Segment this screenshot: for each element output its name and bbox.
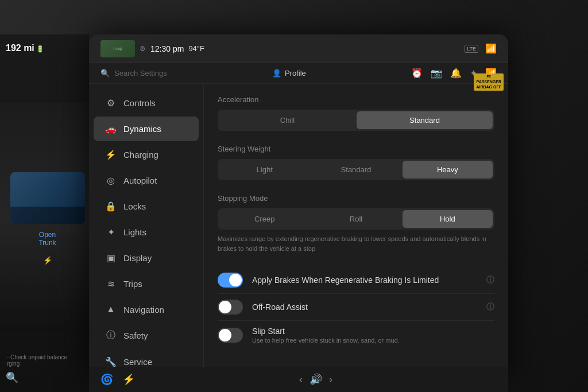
slip-start-toggle[interactable] bbox=[218, 328, 243, 343]
display-icon: ▣ bbox=[105, 253, 117, 263]
temp-display: 94°F bbox=[188, 44, 204, 53]
content-area: Acceleration Chill Standard Steering Wei… bbox=[204, 84, 508, 371]
dynamics-icon: 🚗 bbox=[105, 123, 117, 134]
slip-start-sublabel: Use to help free vehicle stuck in snow, … bbox=[252, 337, 494, 344]
steering-standard-btn[interactable]: Standard bbox=[311, 161, 401, 178]
steering-btn-group: Light Standard Heavy bbox=[218, 159, 494, 180]
alarm-icon[interactable]: ⏰ bbox=[411, 68, 423, 79]
bluetooth-taskbar-icon[interactable]: ⚡ bbox=[122, 373, 135, 386]
sidebar: ⚙ Controls 🚗 Dynamics ⚡ Charging ◎ Autop… bbox=[89, 84, 204, 371]
navigation-label: Navigation bbox=[123, 305, 164, 315]
stopping-mode-title: Stopping Mode bbox=[218, 194, 494, 203]
main-screen: P2 PASSENGER AIRBAG OFF map ⚙ 12:30 pm 9… bbox=[89, 34, 508, 379]
off-road-label-area: Off-Road Assist bbox=[252, 302, 477, 312]
top-bar-right: LTE 📶 bbox=[465, 43, 497, 54]
slip-start-label: Slip Start bbox=[252, 327, 494, 336]
steering-light-btn[interactable]: Light bbox=[219, 161, 310, 178]
service-icon: 🔧 bbox=[105, 356, 117, 367]
top-bar: map ⚙ 12:30 pm 94°F LTE 📶 bbox=[89, 34, 508, 63]
stopping-roll-btn[interactable]: Roll bbox=[311, 210, 401, 228]
time-display: 12:30 pm bbox=[150, 44, 184, 53]
sidebar-item-locks[interactable]: 🔒 Locks bbox=[94, 194, 199, 219]
navigation-icon: ▲ bbox=[105, 304, 117, 315]
lights-icon: ✦ bbox=[105, 227, 117, 238]
top-bar-left: map ⚙ 12:30 pm 94°F bbox=[100, 40, 204, 57]
stopping-mode-section: Stopping Mode Creep Roll Hold Maximizes … bbox=[218, 194, 494, 253]
trips-icon: ≋ bbox=[105, 278, 117, 289]
acceleration-section: Acceleration Chill Standard bbox=[218, 95, 494, 131]
bell-icon[interactable]: 🔔 bbox=[450, 68, 462, 79]
map-thumbnail[interactable]: map bbox=[100, 40, 135, 57]
search-placeholder: Search Settings bbox=[114, 69, 167, 77]
charge-status: - Check unpaid balance rging bbox=[5, 352, 69, 369]
off-road-info-icon[interactable]: ⓘ bbox=[486, 302, 494, 312]
sidebar-item-controls[interactable]: ⚙ Controls bbox=[94, 91, 199, 115]
signal-icon: 📶 bbox=[485, 43, 497, 54]
trunk-label: Trunk bbox=[38, 239, 56, 247]
camera-icon[interactable]: 📷 bbox=[431, 68, 442, 79]
profile-nav: 👤 Profile bbox=[272, 69, 306, 77]
search-icon: 🔍 bbox=[100, 69, 110, 77]
sidebar-item-display[interactable]: ▣ Display bbox=[94, 246, 199, 270]
service-label: Service bbox=[123, 357, 152, 367]
airbag-badge: P2 PASSENGER AIRBAG OFF bbox=[474, 73, 504, 91]
autopilot-icon: ◎ bbox=[105, 175, 117, 186]
taskbar: 🌀 ⚡ ‹ 🔊 › bbox=[89, 367, 508, 392]
charging-icon: ⚡ bbox=[105, 149, 117, 160]
safety-label: Safety bbox=[123, 331, 148, 340]
open-label: Open bbox=[38, 231, 56, 239]
steering-weight-section: Steering Weight Light Standard Heavy bbox=[218, 145, 494, 180]
acceleration-chill-btn[interactable]: Chill bbox=[219, 111, 355, 129]
sidebar-item-safety[interactable]: ⓘ Safety bbox=[94, 323, 199, 348]
stopping-hold-btn[interactable]: Hold bbox=[403, 210, 493, 228]
apply-brakes-toggle[interactable] bbox=[218, 273, 243, 288]
sidebar-item-dynamics[interactable]: 🚗 Dynamics bbox=[94, 117, 199, 141]
steering-heavy-btn[interactable]: Heavy bbox=[403, 161, 493, 178]
controls-label: Controls bbox=[123, 98, 156, 108]
search-icon-bottom[interactable]: 🔍 bbox=[6, 371, 18, 384]
off-road-label: Off-Road Assist bbox=[252, 302, 477, 312]
apply-brakes-label-area: Apply Brakes When Regenerative Braking I… bbox=[252, 275, 477, 285]
next-track-icon[interactable]: › bbox=[329, 374, 332, 386]
left-panel: 192 mi 🔋 Open Trunk ⚡ - Check unpaid bal… bbox=[0, 34, 89, 392]
apply-brakes-info-icon[interactable]: ⓘ bbox=[486, 275, 494, 285]
charge-lightning: ⚡ bbox=[43, 256, 52, 265]
nav-bar: 🔍 Search Settings 👤 Profile ⏰ 📷 🔔 ✦ 📶 bbox=[89, 63, 508, 84]
person-icon: 👤 bbox=[272, 69, 281, 77]
stopping-creep-btn[interactable]: Creep bbox=[219, 210, 310, 228]
taskbar-center: ‹ 🔊 › bbox=[299, 373, 332, 386]
prev-track-icon[interactable]: ‹ bbox=[299, 374, 303, 386]
car-thumbnail bbox=[10, 172, 85, 224]
autopilot-label: Autopilot bbox=[123, 176, 157, 185]
profile-label: Profile bbox=[285, 69, 306, 77]
charging-label: Charging bbox=[123, 150, 158, 160]
acceleration-title: Acceleration bbox=[218, 95, 494, 104]
locks-label: Locks bbox=[123, 201, 146, 211]
profile-nav-item[interactable]: 👤 Profile bbox=[272, 69, 306, 77]
search-box[interactable]: 🔍 Search Settings bbox=[100, 69, 167, 77]
apply-brakes-row: Apply Brakes When Regenerative Braking I… bbox=[218, 267, 494, 294]
open-trunk-btn[interactable]: Open Trunk bbox=[38, 231, 56, 247]
stopping-mode-note: Maximizes range by extending regenerativ… bbox=[218, 234, 494, 253]
car-image-area: Open Trunk ⚡ bbox=[0, 103, 89, 333]
sidebar-item-autopilot[interactable]: ◎ Autopilot bbox=[94, 168, 199, 193]
apply-brakes-label: Apply Brakes When Regenerative Braking I… bbox=[252, 275, 477, 285]
volume-icon[interactable]: 🔊 bbox=[310, 373, 322, 386]
sidebar-item-charging[interactable]: ⚡ Charging bbox=[94, 142, 199, 167]
dynamics-label: Dynamics bbox=[123, 124, 161, 134]
sidebar-item-navigation[interactable]: ▲ Navigation bbox=[94, 297, 199, 321]
lights-label: Lights bbox=[123, 227, 146, 237]
off-road-row: Off-Road Assist ⓘ bbox=[218, 294, 494, 321]
steering-weight-title: Steering Weight bbox=[218, 145, 494, 153]
fan-icon[interactable]: 🌀 bbox=[100, 373, 113, 386]
toggles-section: Apply Brakes When Regenerative Braking I… bbox=[218, 267, 494, 350]
off-road-toggle[interactable] bbox=[218, 300, 243, 315]
safety-icon: ⓘ bbox=[105, 329, 117, 341]
sidebar-item-lights[interactable]: ✦ Lights bbox=[94, 220, 199, 244]
acceleration-standard-btn[interactable]: Standard bbox=[357, 111, 493, 129]
locks-icon: 🔒 bbox=[105, 201, 117, 212]
slip-start-row: Slip Start Use to help free vehicle stuc… bbox=[218, 321, 494, 350]
sidebar-item-trips[interactable]: ≋ Trips bbox=[94, 271, 199, 296]
battery-miles: 192 mi bbox=[6, 43, 34, 53]
lte-badge: LTE bbox=[465, 45, 478, 53]
